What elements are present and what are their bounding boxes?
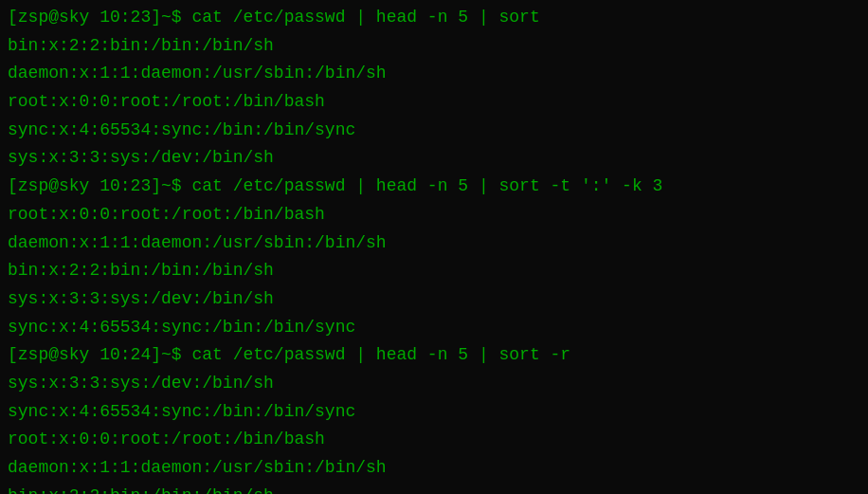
terminal-prompt: [zsp@sky 10:23]~$ cat /etc/passwd | head… [8, 4, 860, 32]
terminal-output-line: root:x:0:0:root:/root:/bin/bash [8, 426, 860, 454]
terminal-output-line: root:x:0:0:root:/root:/bin/bash [8, 201, 860, 229]
terminal-output-line: daemon:x:1:1:daemon:/usr/sbin:/bin/sh [8, 229, 860, 258]
terminal-window[interactable]: [zsp@sky 10:23]~$ cat /etc/passwd | head… [0, 0, 868, 494]
terminal-prompt: [zsp@sky 10:24]~$ cat /etc/passwd | head… [8, 341, 860, 370]
terminal-prompt: [zsp@sky 10:23]~$ cat /etc/passwd | head… [8, 173, 860, 201]
terminal-output-line: sys:x:3:3:sys:/dev:/bin/sh [8, 285, 860, 314]
terminal-output-line: root:x:0:0:root:/root:/bin/bash [8, 88, 860, 117]
terminal-output-line: bin:x:2:2:bin:/bin:/bin/sh [8, 483, 860, 494]
terminal-output-line: daemon:x:1:1:daemon:/usr/sbin:/bin/sh [8, 60, 860, 88]
terminal-output-line: sync:x:4:65534:sync:/bin:/bin/sync [8, 314, 860, 342]
terminal-output-line: sync:x:4:65534:sync:/bin:/bin/sync [8, 398, 860, 427]
terminal-output: [zsp@sky 10:23]~$ cat /etc/passwd | head… [8, 4, 860, 494]
terminal-output-line: sync:x:4:65534:sync:/bin:/bin/sync [8, 117, 860, 145]
terminal-output-line: sys:x:3:3:sys:/dev:/bin/sh [8, 144, 860, 173]
terminal-output-line: bin:x:2:2:bin:/bin:/bin/sh [8, 32, 860, 61]
terminal-output-line: sys:x:3:3:sys:/dev:/bin/sh [8, 370, 860, 398]
terminal-output-line: daemon:x:1:1:daemon:/usr/sbin:/bin/sh [8, 454, 860, 483]
terminal-output-line: bin:x:2:2:bin:/bin:/bin/sh [8, 257, 860, 285]
